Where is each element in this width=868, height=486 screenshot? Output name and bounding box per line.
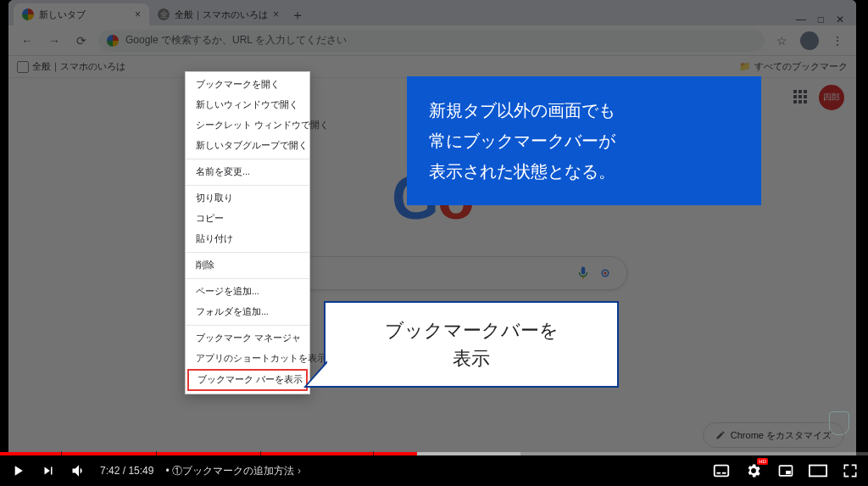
google-icon [107, 35, 119, 47]
hd-badge: HD [757, 458, 768, 465]
reload-button[interactable]: ⟳ [71, 31, 92, 51]
annotation-line: 新規タブ以外の画面でも [429, 95, 739, 126]
omnibox[interactable]: Google で検索するか、URL を入力してください [98, 30, 765, 52]
svg-rect-7 [786, 471, 791, 474]
svg-rect-8 [810, 466, 826, 477]
pencil-icon [715, 430, 726, 440]
annotation-line: 表示された状態となる。 [429, 156, 739, 187]
minimize-button[interactable]: — [796, 14, 806, 25]
chevron-right-icon: › [298, 465, 301, 477]
customize-chrome-button[interactable]: Chrome をカスタマイズ [703, 422, 844, 448]
omnibox-placeholder: Google で検索するか、URL を入力してください [125, 33, 347, 47]
profile-avatar[interactable] [800, 31, 819, 50]
customize-label: Chrome をカスタマイズ [731, 429, 832, 442]
menu-open-bookmark[interactable]: ブックマークを開く [186, 75, 309, 95]
tab-other[interactable]: 全 全般｜スマホのいろは × [149, 3, 287, 25]
tab-strip: 新しいタブ × 全 全般｜スマホのいろは × ＋ — □ ✕ [8, 0, 856, 25]
close-icon[interactable]: × [273, 8, 279, 20]
annotation-speech-bubble: ブックマークバーを 表示 [324, 301, 619, 388]
chrome-window: 新しいタブ × 全 全般｜スマホのいろは × ＋ — □ ✕ ← → ⟳ Goo… [8, 0, 856, 458]
svg-rect-5 [722, 472, 726, 474]
svg-rect-3 [715, 466, 729, 477]
menu-delete[interactable]: 削除 [186, 255, 309, 276]
duration: 15:49 [128, 465, 153, 477]
next-button[interactable] [39, 461, 58, 480]
menu-show-bookmark-bar[interactable]: ブックマーク バーを表示 [187, 369, 308, 391]
tab-new-tab[interactable]: 新しいタブ × [14, 3, 149, 25]
menu-apps-shortcut[interactable]: アプリのショートカットを表示 [186, 349, 309, 369]
svg-point-2 [604, 272, 607, 275]
tab-title: 新しいタブ [39, 8, 86, 21]
menu-add-page[interactable]: ページを追加... [186, 282, 309, 302]
play-button[interactable] [8, 461, 27, 480]
menu-paste[interactable]: 貼り付け [186, 229, 309, 249]
forward-button[interactable]: → [44, 31, 64, 51]
menu-rename[interactable]: 名前を変更... [186, 162, 309, 182]
context-menu: ブックマークを開く 新しいウィンドウで開く シークレット ウィンドウで開く 新し… [185, 71, 310, 394]
apps-grid-icon[interactable] [793, 90, 809, 105]
profile-chip[interactable]: 四郎 [819, 85, 844, 110]
shield-icon [829, 411, 849, 435]
close-window-button[interactable]: ✕ [836, 14, 844, 25]
menu-copy[interactable]: コピー [186, 209, 309, 229]
menu-bookmark-manager[interactable]: ブックマーク マネージャ [186, 328, 309, 349]
menu-open-tab-group[interactable]: 新しいタブグループで開く [186, 136, 309, 156]
miniplayer-button[interactable] [776, 461, 795, 480]
settings-button[interactable]: HD [744, 461, 763, 480]
window-controls: — □ ✕ [789, 14, 851, 25]
video-controls: 7:42 / 15:49 • ①ブックマークの追加方法› HD [0, 455, 868, 486]
image-search-icon[interactable] [598, 265, 613, 281]
annotation-blue-box: 新規タブ以外の画面でも 常にブックマークバーが 表示された状態となる。 [407, 76, 761, 205]
tab-title: 全般｜スマホのいろは [175, 8, 268, 21]
bookmark-favicon [17, 61, 29, 73]
menu-add-folder[interactable]: フォルダを追加... [186, 302, 309, 322]
subtitles-button[interactable] [712, 461, 731, 480]
bookmark-star-icon[interactable]: ☆ [771, 31, 792, 51]
annotation-line: ブックマークバーを [334, 316, 609, 344]
menu-cut[interactable]: 切り取り [186, 188, 309, 209]
chapter-title[interactable]: • ①ブックマークの追加方法› [165, 464, 301, 478]
annotation-line: 表示 [334, 344, 609, 372]
volume-button[interactable] [70, 461, 88, 480]
time-display: 7:42 / 15:49 [100, 465, 153, 477]
bookmark-bar: 全般｜スマホのいろは 📁 すべてのブックマーク [8, 56, 856, 78]
chrome-favicon [22, 8, 34, 20]
folder-icon: 📁 [739, 61, 751, 72]
chapter-label: ①ブックマークの追加方法 [172, 465, 294, 477]
chrome-menu-icon[interactable]: ⋮ [827, 31, 848, 51]
menu-open-new-window[interactable]: 新しいウィンドウで開く [186, 95, 309, 115]
site-favicon: 全 [158, 8, 170, 20]
svg-rect-0 [582, 277, 584, 279]
annotation-line: 常にブックマークバーが [429, 126, 739, 156]
address-bar: ← → ⟳ Google で検索するか、URL を入力してください ☆ ⋮ [8, 25, 856, 56]
close-icon[interactable]: × [135, 8, 141, 20]
menu-open-incognito[interactable]: シークレット ウィンドウで開く [186, 115, 309, 136]
current-time: 7:42 [100, 465, 120, 477]
all-bookmarks-button[interactable]: 📁 すべてのブックマーク [739, 60, 848, 73]
fullscreen-button[interactable] [841, 461, 860, 480]
svg-rect-4 [717, 472, 721, 474]
new-tab-button[interactable]: ＋ [287, 5, 308, 25]
maximize-button[interactable]: □ [818, 14, 824, 25]
bookmark-item[interactable]: 全般｜スマホのいろは [17, 60, 125, 73]
voice-search-icon[interactable] [576, 265, 591, 281]
theater-mode-button[interactable] [809, 461, 827, 480]
all-bookmarks-label: すべてのブックマーク [754, 60, 848, 73]
bookmark-label: 全般｜スマホのいろは [32, 60, 125, 73]
back-button[interactable]: ← [17, 31, 37, 51]
